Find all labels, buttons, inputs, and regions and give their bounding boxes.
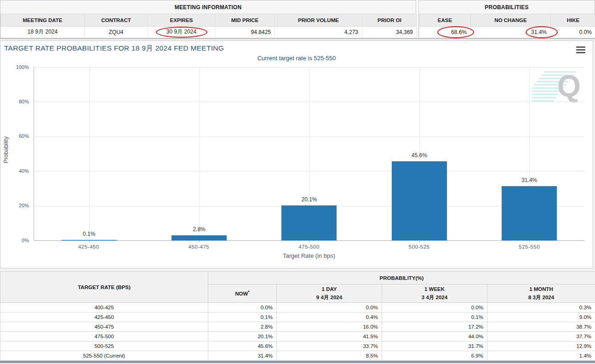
col-header-hike: HIKE bbox=[551, 14, 595, 26]
rate-cell-current: 525-550 (Current) bbox=[0, 351, 208, 361]
y-axis-tick-labels: 100% 80% 60% 40% 20% 0% bbox=[0, 67, 31, 240]
vertical-gridline bbox=[89, 67, 90, 240]
y-tick-0: 0% bbox=[1, 238, 29, 243]
ease-value: 68.6% bbox=[419, 26, 471, 38]
meeting-date-value: 18 9月 2024 bbox=[1, 26, 85, 38]
bar-475-500 bbox=[281, 205, 337, 240]
x-tick-label: 500-525 bbox=[364, 244, 475, 250]
col-header-meeting-date: MEETING DATE bbox=[1, 14, 85, 26]
hamburger-menu-icon[interactable] bbox=[576, 46, 585, 55]
x-tick-mark bbox=[199, 240, 200, 243]
col-header-prior-volume: PRIOR VOLUME bbox=[275, 14, 362, 26]
probabilities-table: EASE NO CHANGE HIKE 68.6% 31.4% 0.0% bbox=[419, 14, 595, 38]
month-cell: 9.0% bbox=[487, 313, 595, 322]
rate-cell: 450-475 bbox=[0, 322, 208, 332]
month-label: 1 MONTH bbox=[529, 286, 553, 292]
table-row: 450-475 2.8% 16.0% 17.2% 38.7% bbox=[0, 322, 595, 332]
table-row: 475-500 20.1% 41.5% 44.0% 37.7% bbox=[0, 332, 595, 341]
bar-slot-425-450: 0.1% bbox=[34, 67, 144, 240]
now-cell: 0.0% bbox=[208, 303, 277, 313]
chart-subtitle: Current target rate is 525-550 bbox=[0, 55, 593, 62]
table-row: 525-550 (Current) 31.4% 8.5% 6.9% 1.4% bbox=[0, 351, 595, 361]
prior-volume-value: 4,273 bbox=[275, 26, 362, 38]
now-asterisk: * bbox=[248, 290, 250, 294]
now-cell: 45.6% bbox=[208, 341, 277, 351]
col-header-expires: EXPIRES bbox=[148, 14, 215, 26]
footer-divider-bar bbox=[0, 361, 595, 363]
mid-price-value: 94.8425 bbox=[215, 26, 275, 38]
x-tick-mark bbox=[529, 240, 530, 243]
day-date: 9 4月 2024 bbox=[316, 295, 342, 300]
expires-text: 30 9月 2024 bbox=[166, 28, 196, 35]
prior-oi-value: 34,369 bbox=[362, 26, 417, 38]
week-date: 3 4月 2024 bbox=[422, 295, 447, 300]
now-cell: 31.4% bbox=[208, 351, 277, 361]
week-label: 1 WEEK bbox=[424, 286, 445, 292]
col-header-mid-price: MID PRICE bbox=[215, 14, 275, 26]
bar-value-label: 31.4% bbox=[521, 177, 537, 183]
table-row: 425-450 0.1% 0.4% 0.1% 9.0% bbox=[0, 313, 595, 322]
month-cell: 1.4% bbox=[487, 351, 595, 361]
col-header-now: NOW* bbox=[208, 284, 277, 303]
now-cell: 0.1% bbox=[208, 313, 277, 322]
table-row: 400-425 0.0% 0.0% 0.0% 0.3% bbox=[0, 303, 595, 313]
meeting-information-table: MEETING DATE CONTRACT EXPIRES MID PRICE … bbox=[0, 14, 417, 38]
x-tick-mark bbox=[89, 240, 90, 243]
month-cell: 37.7% bbox=[487, 332, 595, 341]
col-header-1-week: 1 WEEK 3 4月 2024 bbox=[382, 284, 487, 303]
y-tick-40: 40% bbox=[1, 168, 29, 174]
rate-cell: 500-525 bbox=[0, 341, 208, 351]
week-cell: 0.0% bbox=[382, 303, 487, 313]
bar-slot-450-475: 2.8% bbox=[144, 67, 254, 240]
x-tick-mark bbox=[309, 240, 309, 243]
bar-value-label: 45.6% bbox=[412, 152, 427, 159]
day-label: 1 DAY bbox=[322, 286, 337, 292]
day-cell: 33.7% bbox=[277, 341, 382, 351]
day-cell: 0.4% bbox=[277, 313, 382, 322]
col-header-no-change: NO CHANGE bbox=[471, 14, 551, 26]
table-row: 500-525 45.6% 33.7% 31.7% 12.9% bbox=[0, 341, 595, 351]
chart-plot-area: 0.1% 2.8% 20.1% 45.6% 31.4% bbox=[34, 67, 584, 240]
week-cell: 17.2% bbox=[382, 322, 487, 332]
bar-525-550 bbox=[502, 186, 557, 240]
rate-cell: 475-500 bbox=[0, 332, 208, 341]
meeting-information-card: MEETING INFORMATION MEETING DATE CONTRAC… bbox=[0, 0, 416, 38]
bar-slot-475-500: 20.1% bbox=[254, 67, 364, 240]
week-cell: 44.0% bbox=[382, 332, 487, 341]
rate-cell: 425-450 bbox=[0, 313, 208, 322]
day-cell: 8.5% bbox=[277, 351, 382, 361]
ease-text: 68.6% bbox=[451, 29, 467, 35]
rate-cell: 400-425 bbox=[0, 303, 208, 313]
col-header-1-day: 1 DAY 9 4月 2024 bbox=[277, 284, 382, 303]
bar-value-label: 0.1% bbox=[83, 231, 95, 237]
month-cell: 0.3% bbox=[487, 303, 595, 313]
target-rate-bps-header: TARGET RATE (BPS) bbox=[0, 272, 208, 303]
now-cell: 2.8% bbox=[208, 322, 277, 332]
month-date: 8 3月 2024 bbox=[528, 295, 554, 300]
bar-500-525 bbox=[392, 161, 447, 240]
x-tick-mark bbox=[419, 240, 420, 243]
probabilities-card: PROBABILITIES EASE NO CHANGE HIKE 68.6% … bbox=[418, 0, 595, 38]
y-tick-60: 60% bbox=[1, 133, 29, 139]
week-cell: 31.7% bbox=[382, 341, 487, 351]
now-label: NOW bbox=[235, 291, 248, 296]
probability-detail-table: TARGET RATE (BPS) PROBABILITY(%) NOW* 1 … bbox=[0, 271, 595, 361]
probabilities-title: PROBABILITIES bbox=[419, 0, 595, 14]
bar-450-475 bbox=[172, 235, 227, 240]
x-tick-label: 475-500 bbox=[254, 244, 364, 250]
top-summary-section: MEETING INFORMATION MEETING DATE CONTRAC… bbox=[0, 0, 595, 39]
vertical-gridline bbox=[199, 67, 200, 240]
month-cell: 12.9% bbox=[487, 341, 595, 351]
col-header-1-month: 1 MONTH 8 3月 2024 bbox=[487, 284, 595, 303]
y-tick-80: 80% bbox=[1, 99, 29, 104]
y-tick-100: 100% bbox=[1, 64, 29, 70]
day-cell: 0.0% bbox=[277, 303, 382, 313]
bar-slot-525-550: 31.4% bbox=[475, 67, 584, 240]
chart-title: TARGET RATE PROBABILITIES FOR 18 9月 2024… bbox=[4, 44, 224, 53]
no-change-value: 31.4% bbox=[471, 26, 551, 38]
col-header-prior-oi: PRIOR OI bbox=[362, 14, 417, 26]
probability-pct-header: PROBABILITY(%) bbox=[208, 272, 595, 284]
meeting-information-title: MEETING INFORMATION bbox=[0, 0, 416, 14]
bar-value-label: 2.8% bbox=[193, 226, 205, 233]
x-axis-title: Target Rate (in bps) bbox=[34, 252, 584, 259]
